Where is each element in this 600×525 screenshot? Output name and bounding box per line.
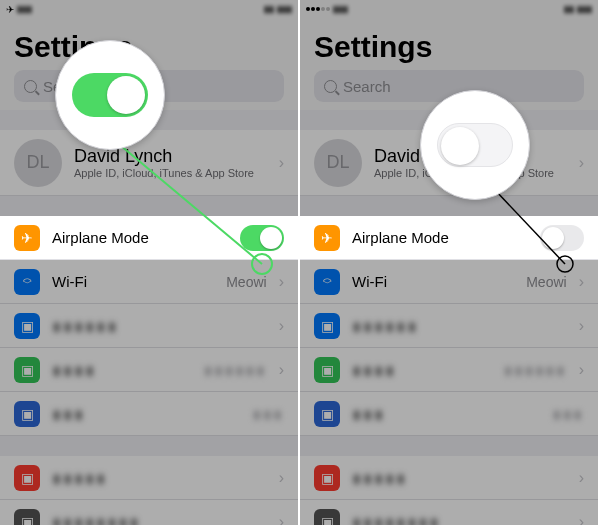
list-item[interactable]: ▣ ▮▮▮▮▮▮▮▮ › bbox=[300, 500, 598, 525]
status-bar: ✈ ▮▮▮ ▮▮ ▮▮▮ bbox=[0, 0, 298, 18]
toggle-off-callout bbox=[420, 90, 530, 200]
toggle-off-big bbox=[437, 123, 513, 167]
airplane-toggle-on[interactable] bbox=[240, 225, 284, 251]
avatar: DL bbox=[314, 139, 362, 187]
airplane-mode-row[interactable]: ✈ Airplane Mode bbox=[0, 216, 298, 260]
status-bar: ▮▮▮ ▮▮ ▮▮▮ bbox=[300, 0, 598, 18]
airplane-toggle-off[interactable] bbox=[540, 225, 584, 251]
left-screenshot: ✈ ▮▮▮ ▮▮ ▮▮▮ Settings Search DL David Ly… bbox=[0, 0, 300, 525]
toggle-on-big bbox=[72, 73, 148, 117]
airplane-mode-row[interactable]: ✈ Airplane Mode bbox=[300, 216, 598, 260]
profile-sub: Apple ID, iCloud, iTunes & App Store bbox=[74, 167, 267, 179]
list-item[interactable]: ▣ ▮▮▮▮▮ › bbox=[300, 456, 598, 500]
list-item[interactable]: ▣ ▮▮▮▮▮▮▮▮ › bbox=[0, 500, 298, 525]
profile-row[interactable]: DL David Lynch Apple ID, iCloud, iTunes … bbox=[0, 130, 298, 196]
chevron-right-icon: › bbox=[279, 273, 284, 291]
search-icon bbox=[324, 80, 337, 93]
list-item[interactable]: ▣ ▮▮▮ ▮▮▮ bbox=[300, 392, 598, 436]
chevron-right-icon: › bbox=[279, 154, 284, 172]
list-item[interactable]: ▣ ▮▮▮▮▮▮ › bbox=[300, 304, 598, 348]
list-item[interactable]: ▣ ▮▮▮▮▮▮ › bbox=[0, 304, 298, 348]
list-item[interactable]: ▣ ▮▮▮ ▮▮▮ bbox=[0, 392, 298, 436]
wifi-row[interactable]: ⌔ Wi-Fi Meowi › bbox=[0, 260, 298, 304]
airplane-icon: ✈ bbox=[314, 225, 340, 251]
page-title: Settings bbox=[314, 30, 584, 64]
list-item[interactable]: ▣ ▮▮▮▮ ▮▮▮▮▮▮ › bbox=[300, 348, 598, 392]
chevron-right-icon: › bbox=[579, 154, 584, 172]
airplane-icon: ✈ bbox=[14, 225, 40, 251]
list-item[interactable]: ▣ ▮▮▮▮▮ › bbox=[0, 456, 298, 500]
wifi-row[interactable]: ⌔ Wi-Fi Meowi › bbox=[300, 260, 598, 304]
wifi-icon: ⌔ bbox=[14, 269, 40, 295]
list-item[interactable]: ▣ ▮▮▮▮ ▮▮▮▮▮▮ › bbox=[0, 348, 298, 392]
search-icon bbox=[24, 80, 37, 93]
toggle-on-callout bbox=[55, 40, 165, 150]
wifi-icon: ⌔ bbox=[314, 269, 340, 295]
right-screenshot: ▮▮▮ ▮▮ ▮▮▮ Settings Search DL David Lync… bbox=[300, 0, 600, 525]
avatar: DL bbox=[14, 139, 62, 187]
airplane-status-icon: ✈ bbox=[6, 4, 14, 15]
